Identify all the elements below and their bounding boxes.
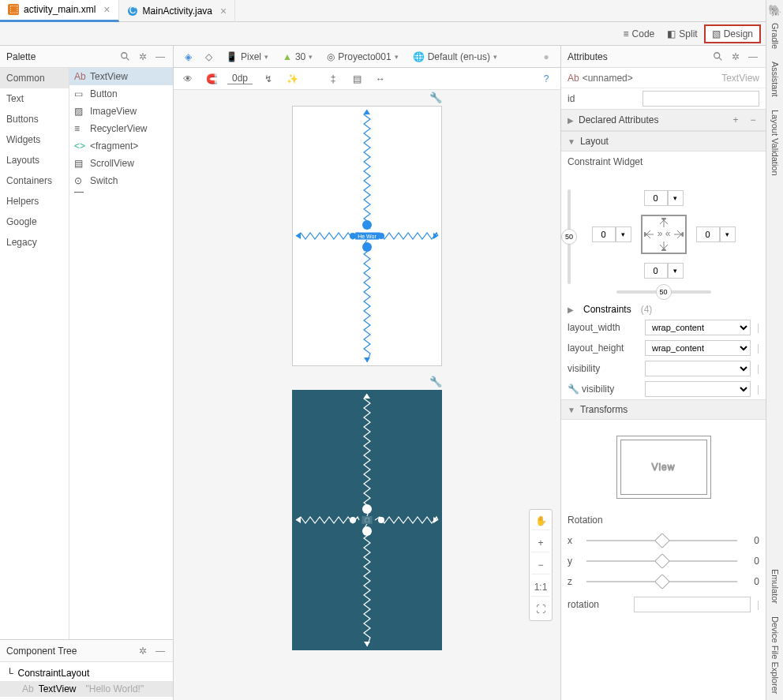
margin-left-input[interactable] (592, 226, 616, 242)
chevron-down-icon[interactable]: ▼ (568, 406, 575, 414)
palette-title: Palette (6, 51, 119, 62)
align-icon[interactable]: ▤ (349, 71, 365, 87)
palette-item-recyclerview[interactable]: ≡RecyclerView (69, 120, 173, 137)
gradle-icon[interactable]: 🐘 (768, 4, 781, 17)
palette-item-scrollview[interactable]: ▤ScrollView (69, 155, 173, 172)
margin-top-dropdown[interactable]: ▾ (668, 190, 684, 206)
clear-constraints-icon[interactable]: ↯ (260, 71, 276, 87)
gear-icon[interactable]: ✲ (729, 51, 742, 63)
theme-dropdown[interactable]: ◎Proyecto001▾ (322, 51, 403, 62)
constraint-handle-left[interactable] (350, 517, 356, 523)
view-options-icon[interactable]: 👁 (180, 71, 196, 87)
margin-right-input[interactable] (696, 226, 720, 242)
surface-select-icon[interactable]: ◈ (180, 49, 196, 65)
margin-top-input[interactable] (644, 190, 668, 206)
blueprint-preview[interactable]: ⬚ (292, 390, 442, 650)
scrollview-icon: ▤ (74, 158, 85, 169)
design-preview[interactable]: He Wor (292, 106, 442, 366)
rotation-y-slider[interactable] (586, 553, 737, 569)
tree-row-textview[interactable]: Ab TextView "Hello World!" (0, 681, 173, 697)
zoom-reset-button[interactable]: 1:1 (531, 578, 550, 597)
rotation-input[interactable] (634, 597, 751, 612)
zoom-in-button[interactable]: + (531, 533, 550, 552)
close-icon[interactable]: × (220, 5, 227, 17)
gear-icon[interactable]: ✲ (137, 645, 149, 657)
minimize-icon[interactable]: — (154, 645, 167, 657)
palette-cat-containers[interactable]: Containers (0, 170, 69, 191)
add-attribute-icon[interactable]: + (729, 114, 742, 126)
autoconnect-icon[interactable]: 🧲 (204, 71, 219, 87)
palette-cat-buttons[interactable]: Buttons (0, 109, 69, 129)
margin-right-dropdown[interactable]: ▾ (720, 226, 736, 242)
palette-cat-widgets[interactable]: Widgets (0, 129, 69, 150)
constraint-handle-right[interactable] (378, 517, 384, 523)
remove-attribute-icon[interactable]: − (747, 114, 759, 126)
api-dropdown[interactable]: ▲30▾ (278, 51, 317, 62)
locale-dropdown[interactable]: 🌐Default (en-us)▾ (408, 51, 502, 62)
zoom-fit-button[interactable]: ⛶ (531, 600, 550, 619)
id-input[interactable] (643, 91, 759, 107)
tree-row-root[interactable]: └ ConstraintLayout (0, 665, 173, 681)
palette-cat-text[interactable]: Text (0, 88, 69, 109)
close-icon[interactable]: × (103, 3, 110, 16)
palette-item-switch[interactable]: ⊙—Switch (69, 172, 173, 189)
right-rail-device-file-explorer[interactable]: Device File Explorer (769, 610, 781, 700)
split-view-button[interactable]: ◧ Split (661, 24, 703, 43)
constraint-handle-right[interactable] (378, 233, 384, 239)
pan-icon[interactable]: ✋ (531, 511, 550, 530)
horizontal-bias-slider[interactable]: 50 (656, 284, 672, 300)
layout-height-select[interactable]: wrap_content (645, 340, 751, 356)
minimize-icon[interactable]: — (154, 51, 167, 63)
chevron-right-icon[interactable]: ▶ (568, 305, 574, 314)
palette-item-fragment[interactable]: <><fragment> (69, 137, 173, 155)
tab-activity-main[interactable]: ⬚ activity_main.xml × (0, 0, 119, 22)
chevron-down-icon[interactable]: ▼ (568, 137, 575, 146)
orientation-icon[interactable]: ◇ (200, 49, 216, 65)
wrench-icon[interactable]: 🔧 (429, 376, 442, 387)
zoom-out-button[interactable]: − (531, 556, 550, 575)
help-icon[interactable]: ? (538, 71, 554, 87)
infer-constraints-icon[interactable]: ✨ (284, 71, 300, 87)
gear-icon[interactable]: ✲ (137, 51, 149, 63)
right-rail-assistant[interactable]: Assistant (769, 55, 781, 103)
constraint-handle-top[interactable] (362, 504, 372, 514)
palette-item-button[interactable]: ▭Button (69, 85, 173, 103)
search-icon[interactable] (712, 51, 725, 63)
constraint-widget-box[interactable]: » « (641, 215, 687, 254)
palette-cat-google[interactable]: Google (0, 211, 69, 232)
tab-main-activity[interactable]: C MainActivity.java × (119, 0, 236, 22)
palette-cat-layouts[interactable]: Layouts (0, 150, 69, 170)
constraint-handle-bottom[interactable] (362, 526, 372, 536)
pack-icon[interactable]: ↔ (373, 71, 388, 87)
vertical-bias-slider[interactable]: 50 (561, 229, 577, 245)
tools-visibility-select[interactable] (645, 381, 751, 397)
margin-bottom-input[interactable] (644, 263, 668, 279)
palette-item-textview[interactable]: AbTextView (69, 68, 173, 85)
code-view-button[interactable]: ≡ Code (617, 24, 661, 43)
right-rail-gradle[interactable]: Gradle (769, 17, 781, 55)
margin-bottom-dropdown[interactable]: ▾ (668, 263, 684, 279)
chevron-right-icon[interactable]: ▶ (568, 116, 574, 125)
palette-cat-common[interactable]: Common (0, 68, 69, 88)
canvas-surface[interactable]: 🔧 He Wor 🔧 (174, 90, 560, 700)
margin-left-dropdown[interactable]: ▾ (616, 226, 631, 242)
search-icon[interactable] (119, 51, 132, 63)
device-dropdown[interactable]: 📱Pixel▾ (221, 51, 273, 62)
default-margins-dropdown[interactable]: 0dp (227, 73, 253, 84)
rotation-z-slider[interactable] (586, 574, 737, 590)
warnings-icon[interactable]: ● (538, 49, 554, 65)
right-rail-emulator[interactable]: Emulator (769, 563, 781, 610)
constraint-handle-top[interactable] (362, 220, 372, 230)
design-view-button[interactable]: ▧ Design (704, 24, 761, 43)
minimize-icon[interactable]: — (747, 51, 759, 63)
palette-cat-helpers[interactable]: Helpers (0, 191, 69, 211)
rotation-x-slider[interactable] (586, 533, 737, 548)
visibility-select[interactable] (645, 361, 751, 376)
palette-item-imageview[interactable]: ▨ImageView (69, 103, 173, 120)
palette-cat-legacy[interactable]: Legacy (0, 232, 69, 253)
right-rail-layout-validation[interactable]: Layout Validation (769, 103, 781, 182)
constraint-handle-bottom[interactable] (362, 242, 372, 252)
wrench-icon[interactable]: 🔧 (429, 92, 442, 103)
layout-width-select[interactable]: wrap_content (645, 320, 751, 335)
guidelines-icon[interactable]: ‡ (325, 71, 341, 87)
